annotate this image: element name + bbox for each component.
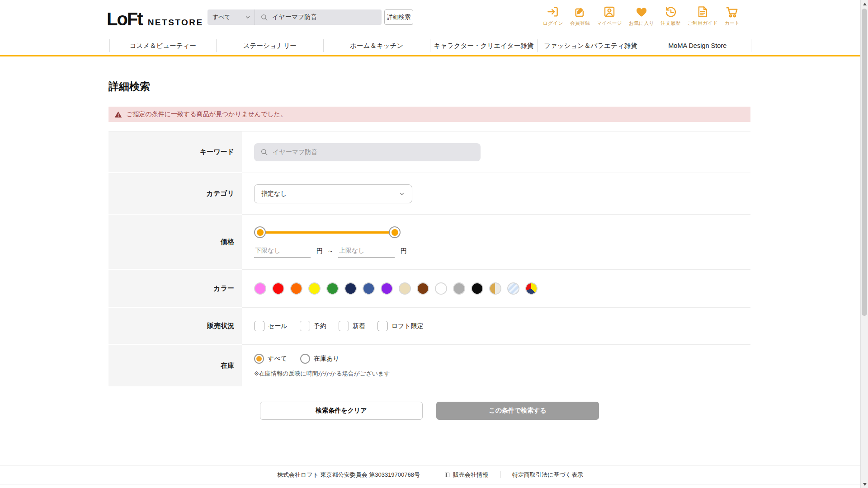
color-swatch-green[interactable] (326, 282, 339, 295)
search-category-value: すべて (212, 13, 231, 21)
detail-search-button[interactable]: 詳細検索 (384, 9, 413, 25)
nav-item-2[interactable]: ホーム＆キッチン (323, 39, 430, 52)
sales-checkbox-2[interactable]: 新着 (339, 321, 365, 331)
submit-search-button[interactable]: この条件で検索する (436, 402, 599, 420)
scrollbar-thumb[interactable] (862, 9, 867, 316)
footer-item-1[interactable]: 販売会社情報 (444, 471, 488, 479)
keyword-value: イヤーマフ防音 (273, 148, 317, 156)
color-swatch-clear[interactable] (507, 282, 519, 295)
search-icon (260, 148, 268, 156)
search-icon (260, 14, 268, 21)
color-label: カラー (108, 270, 242, 307)
chevron-down-icon (245, 14, 251, 20)
stock-radio-list: すべて 在庫あり (254, 354, 340, 364)
checkbox-icon[interactable] (300, 321, 310, 331)
loft-netstore-page: LoFt NETSTORE すべて イヤーマフ防音 詳細検索 ログイン 会員登録… (0, 0, 868, 488)
color-swatch-purple[interactable] (381, 282, 393, 295)
mypage-icon (603, 5, 616, 19)
header-icon-cart[interactable]: カート (724, 5, 740, 27)
stock-radio-0[interactable]: すべて (254, 354, 287, 364)
keyword-input[interactable]: イヤーマフ防音 (254, 143, 481, 161)
checkbox-icon[interactable] (339, 321, 349, 331)
header-icon-label: 会員登録 (570, 20, 590, 27)
scrollbar-up-arrow[interactable] (861, 0, 868, 8)
color-swatch-black[interactable] (471, 282, 483, 295)
header-icon-guide[interactable]: ご利用ガイド (687, 5, 717, 27)
form-row-price: 価格 円 ～ 円 (108, 215, 750, 270)
stock-label: 在庫 (108, 345, 242, 386)
footer-item-text: 販売会社情報 (453, 471, 488, 479)
color-swatch-navy[interactable] (344, 282, 357, 295)
radio-label: 在庫あり (314, 355, 340, 363)
price-inputs: 円 ～ 円 (254, 246, 407, 258)
color-swatch-beige[interactable] (399, 282, 411, 295)
header-icon-label: ご利用ガイド (687, 20, 717, 27)
cart-icon (725, 5, 739, 19)
guide-icon (696, 5, 709, 19)
price-min-input[interactable] (254, 246, 311, 258)
nav-item-3[interactable]: キャラクター・クリエイター雑貨 (430, 39, 537, 52)
footer-separator (432, 471, 432, 478)
price-min-unit: 円 (316, 247, 323, 258)
history-icon (664, 5, 677, 19)
color-swatch-pink[interactable] (254, 282, 266, 295)
color-swatch-white[interactable] (435, 282, 447, 295)
color-swatch-yellow[interactable] (308, 282, 321, 295)
color-swatch-gray[interactable] (453, 282, 465, 295)
checkbox-icon[interactable] (377, 321, 388, 331)
sales-checkbox-1[interactable]: 予約 (300, 321, 326, 331)
category-navbar: コスメ＆ビューティーステーショナリーホーム＆キッチンキャラクター・クリエイター雑… (0, 36, 860, 56)
price-range-slider (254, 226, 401, 238)
checkbox-label: セール (268, 322, 288, 330)
header-search-input[interactable]: イヤーマフ防音 (255, 9, 382, 25)
price-max-input[interactable] (338, 246, 395, 258)
radio-icon[interactable] (254, 354, 264, 364)
form-row-keyword: キーワード イヤーマフ防音 (108, 131, 750, 173)
header-icon-label: 注文履歴 (660, 20, 680, 27)
stock-radio-1[interactable]: 在庫あり (300, 354, 340, 364)
footer-item-2[interactable]: 特定商取引法に基づく表示 (512, 471, 583, 479)
header-icon-favorite[interactable]: お気に入り (629, 5, 654, 27)
category-value: 指定なし (261, 190, 287, 198)
footer-item-0: 株式会社ロフト 東京都公安委員会 第303319700768号 (277, 471, 420, 479)
checkbox-icon[interactable] (254, 321, 264, 331)
price-slider-handle-max[interactable] (389, 226, 401, 238)
clear-conditions-button[interactable]: 検索条件をクリア (260, 402, 423, 420)
header-icon-login[interactable]: ログイン (543, 5, 563, 27)
form-row-stock: 在庫 すべて 在庫あり ※在庫情報の反映に時間がかかる場合がございます (108, 345, 750, 387)
page-title: 詳細検索 (108, 80, 750, 93)
category-select[interactable]: 指定なし (254, 184, 412, 203)
nav-item-1[interactable]: ステーショナリー (216, 39, 323, 52)
checkbox-label: 新着 (353, 322, 365, 330)
header-icon-label: カート (724, 20, 740, 27)
scrollbar-down-arrow[interactable] (861, 480, 868, 488)
no-results-text: ご指定の条件に一致する商品が見つかりませんでした。 (126, 110, 287, 118)
color-swatch-multicolor[interactable] (525, 282, 538, 295)
color-swatch-list (254, 282, 538, 295)
sales-checkbox-0[interactable]: セール (254, 321, 288, 331)
header-icon-register[interactable]: 会員登録 (570, 5, 590, 27)
radio-icon[interactable] (300, 354, 310, 364)
logo-loft-text: LoFt (107, 10, 142, 28)
color-swatch-gold-silver[interactable] (489, 282, 501, 295)
color-swatch-orange[interactable] (290, 282, 302, 295)
header-icon-label: マイページ (597, 20, 622, 27)
vertical-scrollbar[interactable] (860, 0, 868, 488)
checkbox-label: 予約 (314, 322, 326, 330)
color-swatch-red[interactable] (272, 282, 284, 295)
sales-checkbox-3[interactable]: ロフト限定 (377, 321, 424, 331)
loft-logo[interactable]: LoFt NETSTORE (107, 10, 203, 28)
color-swatch-brown[interactable] (417, 282, 429, 295)
color-swatch-blue[interactable] (363, 282, 375, 295)
header-icon-mypage[interactable]: マイページ (597, 5, 622, 27)
main-content: 詳細検索 ご指定の条件に一致する商品が見つかりませんでした。 キーワード イヤー… (108, 58, 750, 420)
header-icon-history[interactable]: 注文履歴 (660, 5, 680, 27)
company-info-icon (444, 472, 450, 478)
chevron-down-icon (399, 191, 405, 197)
nav-item-4[interactable]: ファッション＆バラエティ雑貨 (537, 39, 644, 52)
price-slider-handle-min[interactable] (254, 226, 266, 238)
nav-item-5[interactable]: MoMA Design Store (644, 39, 751, 52)
nav-item-0[interactable]: コスメ＆ビューティー (109, 39, 217, 52)
search-category-dropdown[interactable]: すべて (208, 9, 255, 25)
logo-netstore-text: NETSTORE (148, 18, 203, 28)
